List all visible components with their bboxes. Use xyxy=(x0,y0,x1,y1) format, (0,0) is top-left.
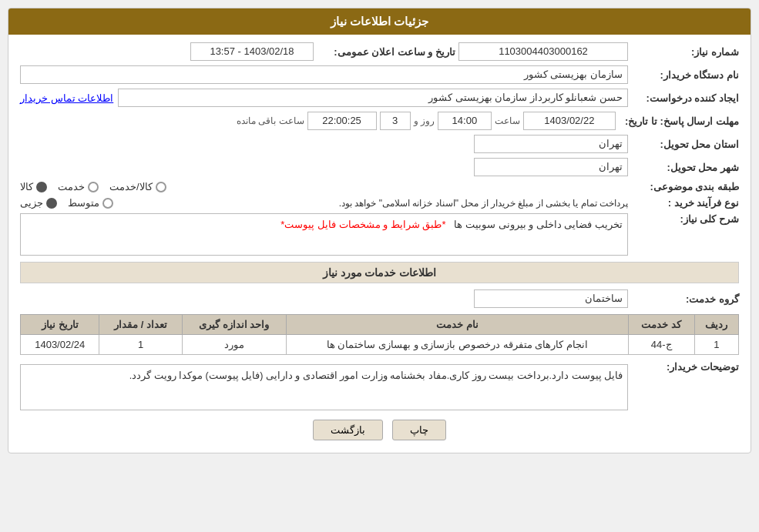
radio-kala-khedmat: کالا/خدمت xyxy=(109,181,166,192)
purchase-type-label: نوع فرآیند خرید : xyxy=(631,197,739,209)
page-title: جزئیات اطلاعات نیاز xyxy=(331,15,428,28)
need-number-label: شماره نیاز: xyxy=(631,46,739,58)
creator-flex: حسن شعبانلو کاربرداز سازمان بهزیستی کشور… xyxy=(20,89,628,107)
radio-kala-circle[interactable] xyxy=(36,182,47,192)
city-value: تهران xyxy=(474,158,628,176)
radio-jozi-circle[interactable] xyxy=(46,198,57,209)
deadline-days-label: روز و xyxy=(414,115,435,126)
purchase-type-radio-group: متوسط جزیی xyxy=(20,197,113,209)
description-row: شرح کلی نیاز: تخریب فضایی داخلی و بیرونی… xyxy=(20,213,739,256)
deadline-time-row: 1403/02/22 ساعت 14:00 روز و 3 22:00:25 س… xyxy=(20,112,616,130)
services-table: ردیف کد خدمت نام خدمت واحد اندازه گیری ت… xyxy=(20,314,739,355)
contact-link[interactable]: اطلاعات تماس خریدار xyxy=(20,92,113,104)
purchase-type-flex: پرداخت تمام یا بخشی از مبلغ خریدار از مح… xyxy=(20,197,628,209)
deadline-time-label: ساعت xyxy=(495,115,520,126)
creator-label: ایجاد کننده درخواست: xyxy=(631,92,739,104)
need-number-value: 1103004403000162 xyxy=(458,42,628,61)
deadline-label: مهلت ارسال پاسخ: تا تاریخ: xyxy=(619,115,739,127)
radio-kala-khedmat-circle[interactable] xyxy=(156,182,166,192)
deadline-remaining-label: ساعت باقی مانده xyxy=(237,115,304,126)
radio-kala-label: کالا xyxy=(20,181,33,192)
print-button[interactable]: چاپ xyxy=(392,420,446,440)
radio-kala: کالا xyxy=(20,181,47,192)
col-date: تاریخ نیاز xyxy=(21,315,99,335)
buyer-desc-row: توضیحات خریدار: فایل پیوست دارد.برداخت ب… xyxy=(20,361,739,410)
buyer-desc-label: توضیحات خریدار: xyxy=(631,361,739,373)
province-value: تهران xyxy=(474,135,628,153)
card-body: شماره نیاز: 1103004403000162 تاریخ و ساع… xyxy=(8,35,751,453)
cell-date: 1403/02/24 xyxy=(21,335,99,355)
city-label: شهر محل تحویل: xyxy=(631,162,739,173)
radio-kala-khedmat-label: کالا/خدمت xyxy=(109,181,153,192)
services-section-header: اطلاعات خدمات مورد نیاز xyxy=(20,262,739,283)
radio-khedmat-label: خدمت xyxy=(58,181,85,192)
radio-motavsat-label: متوسط xyxy=(68,197,99,209)
bottom-buttons: چاپ بازگشت xyxy=(20,420,739,440)
col-qty: تعداد / مقدار xyxy=(99,315,182,335)
main-card: جزئیات اطلاعات نیاز شماره نیاز: 11030044… xyxy=(8,8,751,453)
radio-jozi: جزیی xyxy=(20,197,57,209)
cell-row: 1 xyxy=(694,335,738,355)
org-name-row: نام دستگاه خریدار: سازمان بهزیستی کشور xyxy=(20,65,739,84)
description-value: تخریب فضایی داخلی و بیرونی سوبیت ها xyxy=(454,219,623,230)
cell-qty: 1 xyxy=(99,335,182,355)
card-header: جزئیات اطلاعات نیاز xyxy=(8,8,751,35)
deadline-row: مهلت ارسال پاسخ: تا تاریخ: 1403/02/22 سا… xyxy=(20,112,739,130)
description-condition: *طبق شرایط و مشخصات فایل پیوست* xyxy=(280,219,445,230)
org-name-label: نام دستگاه خریدار: xyxy=(631,69,739,81)
deadline-time-value: 14:00 xyxy=(438,112,492,130)
cell-unit: مورد xyxy=(182,335,286,355)
org-name-value: سازمان بهزیستی کشور xyxy=(20,65,628,84)
deadline-days-value: 3 xyxy=(380,112,411,130)
category-radio-group: کالا/خدمت خدمت کالا xyxy=(20,181,628,192)
radio-khedmat-circle[interactable] xyxy=(88,182,99,192)
province-label: استان محل تحویل: xyxy=(631,139,739,150)
col-code: کد خدمت xyxy=(628,315,694,335)
creator-row: ایجاد کننده درخواست: حسن شعبانلو کاربردا… xyxy=(20,89,739,107)
announce-date-value: 1403/02/18 - 13:57 xyxy=(190,42,314,61)
deadline-remaining-value: 22:00:25 xyxy=(307,112,377,130)
description-label: شرح کلی نیاز: xyxy=(631,213,739,225)
description-content: تخریب فضایی داخلی و بیرونی سوبیت ها *طبق… xyxy=(20,213,628,256)
col-name: نام خدمت xyxy=(286,315,628,335)
buyer-desc-value: فایل پیوست دارد.برداخت بیست روز کاری.مفا… xyxy=(20,364,628,410)
creator-value: حسن شعبانلو کاربرداز سازمان بهزیستی کشور xyxy=(118,89,628,107)
deadline-date-value: 1403/02/22 xyxy=(523,112,616,130)
service-group-label: گروه خدمت: xyxy=(631,293,739,305)
announce-date-label: تاریخ و ساعت اعلان عمومی: xyxy=(317,46,455,58)
col-row: ردیف xyxy=(694,315,738,335)
city-row: شهر محل تحویل: تهران xyxy=(20,158,739,176)
radio-khedmat: خدمت xyxy=(58,181,99,192)
service-group-value: ساختمان xyxy=(474,289,628,308)
page-container: جزئیات اطلاعات نیاز شماره نیاز: 11030044… xyxy=(0,0,759,532)
purchase-type-note: پرداخت تمام یا بخشی از مبلغ خریدار از مح… xyxy=(117,198,628,209)
table-row: 1ج-44انجام کارهای متفرقه درخصوص بازسازی … xyxy=(21,335,739,355)
col-unit: واحد اندازه گیری xyxy=(182,315,286,335)
service-group-row: گروه خدمت: ساختمان xyxy=(20,289,739,308)
buyer-desc-content: فایل پیوست دارد.برداخت بیست روز کاری.مفا… xyxy=(20,361,628,410)
category-row: طبقه بندی موضوعی: کالا/خدمت خدمت کالا xyxy=(20,181,739,192)
table-header-row: ردیف کد خدمت نام خدمت واحد اندازه گیری ت… xyxy=(21,315,739,335)
cell-code: ج-44 xyxy=(628,335,694,355)
radio-motavsat: متوسط xyxy=(68,197,113,209)
cell-name: انجام کارهای متفرقه درخصوص بازسازی و بهس… xyxy=(286,335,628,355)
category-label: طبقه بندی موضوعی: xyxy=(631,181,739,192)
need-number-row: شماره نیاز: 1103004403000162 تاریخ و ساع… xyxy=(20,42,739,61)
province-row: استان محل تحویل: تهران xyxy=(20,135,739,153)
radio-motavsat-circle[interactable] xyxy=(102,198,113,209)
back-button[interactable]: بازگشت xyxy=(313,420,383,440)
services-table-section: ردیف کد خدمت نام خدمت واحد اندازه گیری ت… xyxy=(20,314,739,355)
radio-jozi-label: جزیی xyxy=(20,197,43,209)
purchase-type-row: نوع فرآیند خرید : پرداخت تمام یا بخشی از… xyxy=(20,197,739,209)
